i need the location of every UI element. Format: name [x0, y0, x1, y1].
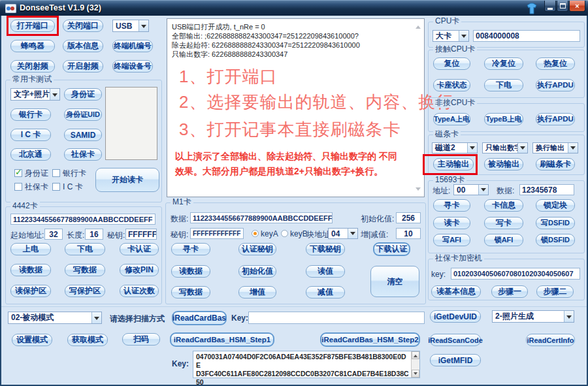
m1-read-data-button[interactable]: 读数据: [171, 265, 210, 278]
passive-output-button[interactable]: 被动输出: [484, 158, 523, 170]
start-read-button[interactable]: 开始读卡: [95, 168, 159, 192]
close-button[interactable]: ×: [569, 1, 585, 12]
active-output-button[interactable]: 主动输出: [433, 158, 474, 170]
rf-off-button[interactable]: 关闭射频: [10, 60, 55, 72]
card4442-len-input[interactable]: 16: [85, 229, 103, 240]
m1-download-auth-button[interactable]: 下载认证: [373, 242, 410, 256]
iso15693-lock-dsfid-button[interactable]: 锁DSFID: [536, 234, 575, 246]
m1-increment-button[interactable]: 增值: [238, 286, 276, 298]
iget-mfid-button[interactable]: iGetMFID: [430, 354, 481, 366]
bank-card-button[interactable]: 银行卡: [10, 108, 51, 121]
iso15693-write-dsfid-button[interactable]: 写DSFID: [536, 217, 575, 229]
power-off-button[interactable]: 下电: [484, 79, 523, 91]
hsm-key-input[interactable]: 010203040506070801020304050607: [451, 268, 580, 280]
iso15693-seek-button[interactable]: 寻卡: [433, 199, 470, 212]
cpu-size-select[interactable]: 大卡: [433, 30, 469, 42]
typeb-power-button[interactable]: TypeB上电: [484, 113, 523, 125]
terminal-no-button[interactable]: 终端机编号: [112, 40, 153, 52]
social-card-checkbox[interactable]: [14, 183, 22, 191]
hsm-read-basic-button[interactable]: 读基本信息: [431, 285, 481, 298]
open-port-button[interactable]: 打开端口: [10, 20, 55, 32]
card4442-power-off-button[interactable]: 下电: [65, 243, 105, 255]
card4442-addr-input[interactable]: 32: [44, 229, 63, 240]
iso15693-write-afi-button[interactable]: 写AFI: [433, 234, 470, 246]
hsm-step1-button[interactable]: 步骤一: [491, 285, 528, 298]
m1-decrement-button[interactable]: 减值: [306, 286, 345, 298]
warm-reset-button[interactable]: 热复位: [536, 57, 575, 70]
scroll-up-icon[interactable]: [416, 23, 421, 29]
m1-seek-button[interactable]: 寻卡: [171, 243, 210, 255]
chevron-down-icon[interactable]: [517, 143, 527, 153]
card4442-auth-button[interactable]: 卡认证: [120, 243, 159, 255]
iso15693-addr-select[interactable]: 00: [453, 184, 489, 195]
iso15693-lock-afi-button[interactable]: 锁AFI: [484, 234, 523, 246]
bank-card-checkbox[interactable]: [52, 169, 60, 177]
slot-status-button[interactable]: 卡座状态: [433, 79, 470, 91]
ic-card-button[interactable]: I C 卡: [10, 129, 51, 141]
version-button[interactable]: 版本信息: [63, 40, 103, 52]
iso15693-lock-block-button[interactable]: 锁定块: [536, 199, 575, 212]
id-uid-button[interactable]: 身份证UID: [64, 108, 102, 121]
photo-mode-select[interactable]: 2-照片生成: [492, 310, 574, 323]
card4442-data-input[interactable]: 11223344556677889900AABBCCDDEEFF: [10, 214, 155, 225]
m1-download-key-button[interactable]: 下载秘钥: [306, 243, 345, 255]
reset-button[interactable]: 复位: [433, 57, 470, 70]
card4442-write-protect-button[interactable]: 写保护区: [65, 285, 105, 297]
card4442-write-button[interactable]: 写数据: [65, 264, 105, 276]
card4442-modify-pin-button[interactable]: 修改PIN: [120, 264, 159, 276]
id-card-checkbox[interactable]: [14, 169, 22, 177]
key2-textarea[interactable]: 0470031A07404D0F2C06AD4EA43E352F875BFE3B…: [193, 351, 420, 378]
key2-scrollbar[interactable]: [411, 351, 419, 378]
chevron-down-icon[interactable]: [459, 31, 468, 41]
card4442-read-button[interactable]: 读数据: [10, 264, 51, 276]
chevron-down-icon[interactable]: [467, 143, 477, 153]
card4442-read-protect-button[interactable]: 读保护区: [10, 285, 51, 297]
iread-cert-info-button[interactable]: iReadCertInfo: [526, 334, 575, 346]
iso15693-write-button[interactable]: 写卡: [484, 217, 523, 229]
m1-init-value-button[interactable]: 初始化值: [238, 265, 276, 278]
chevron-down-icon[interactable]: [564, 311, 574, 322]
id-card-button[interactable]: 身份证: [64, 88, 102, 101]
keyb-radio[interactable]: [281, 230, 288, 237]
m1-delta-input[interactable]: 10: [396, 228, 421, 239]
m1-write-data-button[interactable]: 写数据: [171, 286, 210, 298]
iread-card-bas-step2-button[interactable]: iReadCardBas_HSM_Step2: [320, 332, 420, 347]
keya-radio[interactable]: [252, 230, 259, 237]
chevron-down-icon[interactable]: [568, 143, 578, 153]
m1-auth-key-button[interactable]: 认证秘钥: [238, 243, 276, 255]
get-mode-button[interactable]: 获取模式: [67, 334, 108, 346]
iso15693-data-input[interactable]: 12345678: [519, 184, 574, 195]
exec-apdu-button[interactable]: 执行APDU: [536, 79, 575, 91]
device-no-button[interactable]: 终端设备号: [112, 60, 153, 72]
close-port-button[interactable]: 关闭端口: [63, 20, 103, 32]
cold-reset-button[interactable]: 冷复位: [484, 57, 523, 70]
chevron-down-icon[interactable]: [478, 185, 488, 195]
exec-apdu2-button[interactable]: 执行APDU: [536, 113, 575, 125]
key-input[interactable]: [248, 312, 425, 324]
iread-card-bas-step1-button[interactable]: iReadCardBas_HSM_Step1: [170, 332, 274, 347]
scan-mode-select[interactable]: 02-被动模式: [8, 312, 102, 324]
scroll-down-button[interactable]: [412, 370, 419, 378]
m1-init-input[interactable]: 256: [396, 212, 421, 223]
newline-select[interactable]: 换行输出: [532, 142, 578, 153]
ic-card-checkbox[interactable]: [52, 183, 60, 191]
typea-power-button[interactable]: TypeA上电: [433, 113, 470, 125]
iso15693-read-button[interactable]: 读卡: [433, 217, 470, 229]
scan-button[interactable]: 扫码: [122, 333, 160, 346]
scroll-down-icon[interactable]: [416, 187, 421, 193]
iread-card-bas-button[interactable]: iReadCardBas: [172, 311, 227, 325]
rf-on-button[interactable]: 开启射频: [63, 60, 103, 72]
iread-scan-code-button[interactable]: iReadScanCode: [430, 334, 481, 346]
beijing-tong-button[interactable]: 北京通: [10, 148, 51, 161]
social-card-button[interactable]: 社保卡: [64, 148, 102, 161]
m1-key-input[interactable]: FFFFFFFFFFFF: [190, 228, 244, 239]
m1-block-select[interactable]: 04: [328, 228, 358, 239]
cpu-value-input[interactable]: 0084000008: [473, 30, 580, 42]
m1-clear-button[interactable]: 清空: [370, 266, 419, 297]
set-mode-button[interactable]: 设置模式: [12, 334, 52, 346]
content-select[interactable]: 只输出数字: [482, 142, 528, 153]
track-select[interactable]: 磁道2: [432, 142, 478, 153]
buzzer-button[interactable]: 蜂鸣器: [10, 40, 55, 52]
hsm-step2-button[interactable]: 步骤二: [536, 285, 574, 298]
scroll-up-button[interactable]: [412, 351, 419, 359]
